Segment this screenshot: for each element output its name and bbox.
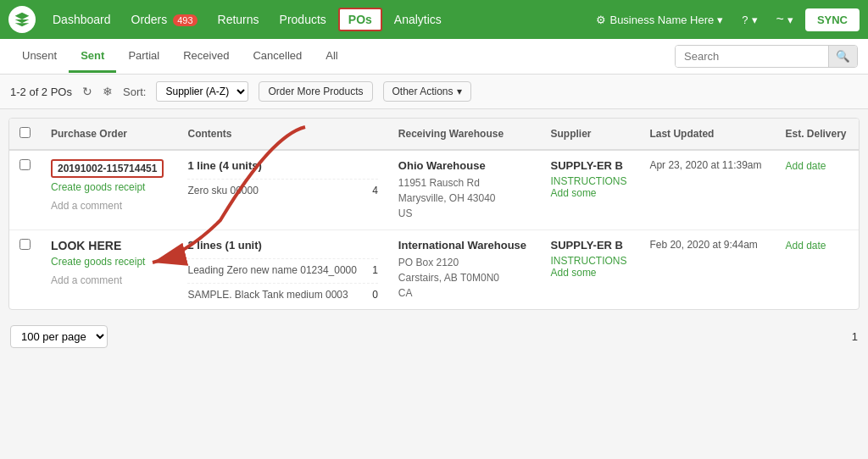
- chevron-down-icon: ▾: [457, 86, 462, 97]
- tab-unsent[interactable]: Unsent: [10, 41, 69, 73]
- po-table: Purchase Order Contents Receiving Wareho…: [9, 119, 859, 309]
- po-count: 1-2 of 2 POs: [10, 86, 72, 98]
- select-all-checkbox[interactable]: [19, 127, 31, 138]
- header-purchase-order: Purchase Order: [41, 119, 177, 150]
- row1-instructions-label: INSTRUCTIONS: [551, 175, 627, 187]
- row1-updated: Apr 23, 2020 at 11:39am: [649, 159, 765, 171]
- row2-supplier-name: SUPPLY-ER B: [551, 239, 630, 252]
- row1-delivery-cell: Add date: [775, 150, 859, 230]
- row2-line2-qty: 0: [372, 289, 378, 301]
- other-actions-button[interactable]: Other Actions ▾: [383, 81, 471, 102]
- row1-warehouse-name: Ohio Warehouse: [398, 159, 531, 172]
- search-box: 🔍: [675, 45, 858, 68]
- sort-select[interactable]: Supplier (A-Z): [156, 81, 248, 102]
- row1-updated-cell: Apr 23, 2020 at 11:39am: [639, 150, 775, 230]
- row2-instructions-action[interactable]: Add some: [551, 267, 597, 279]
- tab-sent[interactable]: Sent: [69, 41, 116, 73]
- header-checkbox-col: [9, 119, 41, 150]
- row1-line-item: Zero sku 00000 4: [187, 179, 377, 196]
- row2-warehouse-name: International Warehouse: [398, 239, 531, 252]
- row1-supplier-name: SUPPLY-ER B: [551, 159, 630, 172]
- sub-nav-right: 🔍: [675, 45, 858, 68]
- header-warehouse: Receiving Warehouse: [388, 119, 541, 150]
- row1-instructions-action[interactable]: Add some: [551, 187, 597, 199]
- per-page-select[interactable]: 100 per page: [10, 325, 108, 348]
- tab-received[interactable]: Received: [171, 41, 241, 73]
- row2-checkbox[interactable]: [19, 239, 31, 250]
- table-row: 20191002-115714451 Create goods receipt …: [9, 150, 859, 230]
- row2-line-item-1: Leading Zero new name 01234_0000 1: [187, 258, 377, 276]
- sync-button[interactable]: SYNC: [805, 8, 860, 31]
- row2-warehouse-cell: International Warehouse PO Box 2120Carst…: [388, 230, 541, 310]
- nav-dashboard[interactable]: Dashboard: [44, 9, 120, 30]
- tab-cancelled[interactable]: Cancelled: [241, 41, 314, 73]
- row2-delivery-cell: Add date: [775, 230, 859, 310]
- header-supplier: Supplier: [541, 119, 640, 150]
- gear-icon: ⚙: [596, 14, 606, 26]
- page-number: 1: [852, 330, 858, 343]
- row2-add-date[interactable]: Add date: [785, 240, 826, 252]
- nav-orders[interactable]: Orders 493: [123, 9, 206, 30]
- tab-all[interactable]: All: [314, 41, 349, 73]
- refresh-icon[interactable]: ↻: [82, 85, 92, 98]
- row2-updated-cell: Feb 20, 2020 at 9:44am: [639, 230, 775, 310]
- row1-contents-summary: 1 line (4 units): [187, 159, 377, 172]
- sort-label: Sort:: [123, 86, 146, 98]
- row2-updated: Feb 20, 2020 at 9:44am: [649, 239, 765, 251]
- analytics-menu[interactable]: ~ ▾: [770, 8, 800, 30]
- row2-supplier-cell: SUPPLY-ER B INSTRUCTIONS Add some: [541, 230, 640, 310]
- nav-products[interactable]: Products: [271, 9, 335, 30]
- table-row: LOOK HERE Create goods receipt Add a com…: [9, 230, 859, 310]
- row2-contents-summary: 2 lines (1 unit): [187, 239, 377, 252]
- orders-badge: 493: [173, 14, 197, 26]
- row1-line-qty: 4: [372, 185, 378, 196]
- business-menu[interactable]: ⚙ Business Name Here ▾: [589, 10, 730, 30]
- nav-returns[interactable]: Returns: [209, 9, 268, 30]
- search-input[interactable]: [676, 46, 828, 67]
- row2-contents-cell: 2 lines (1 unit) Leading Zero new name 0…: [177, 230, 387, 310]
- row2-line1-name: Leading Zero new name 01234_0000: [187, 264, 362, 276]
- chevron-down-icon: ▾: [752, 14, 758, 26]
- row2-add-comment[interactable]: Add a comment: [51, 274, 167, 286]
- tab-partial[interactable]: Partial: [116, 41, 171, 73]
- po-table-container: Purchase Order Contents Receiving Wareho…: [8, 118, 860, 310]
- row2-line-item-2: SAMPLE. Black Tank medium 0003 0: [187, 283, 377, 301]
- row1-checkbox-cell: [9, 150, 41, 230]
- order-more-button[interactable]: Order More Products: [259, 81, 372, 102]
- search-button[interactable]: 🔍: [828, 46, 857, 67]
- nav-right: ⚙ Business Name Here ▾ ? ▾ ~ ▾ SYNC: [589, 8, 860, 31]
- header-contents: Contents: [177, 119, 387, 150]
- row2-instructions: INSTRUCTIONS Add some: [551, 255, 630, 279]
- row2-po-number[interactable]: LOOK HERE: [51, 239, 167, 252]
- row1-po-cell: 20191002-115714451 Create goods receipt …: [41, 150, 177, 230]
- row1-add-comment[interactable]: Add a comment: [51, 200, 167, 212]
- row2-line1-qty: 1: [372, 264, 378, 276]
- nav-analytics[interactable]: Analytics: [386, 9, 450, 30]
- row1-po-number[interactable]: 20191002-115714451: [51, 159, 164, 178]
- nav-pos[interactable]: POs: [338, 8, 382, 31]
- row2-create-receipt[interactable]: Create goods receipt: [51, 256, 167, 268]
- row2-checkbox-cell: [9, 230, 41, 310]
- row1-warehouse-cell: Ohio Warehouse 11951 Rausch RdMarysville…: [388, 150, 541, 230]
- row1-supplier-cell: SUPPLY-ER B INSTRUCTIONS Add some: [541, 150, 640, 230]
- settings-icon[interactable]: ❄: [103, 85, 113, 98]
- row1-create-receipt[interactable]: Create goods receipt: [51, 181, 167, 193]
- chevron-down-icon: ▾: [787, 14, 793, 26]
- top-nav: Dashboard Orders 493 Returns Products PO…: [0, 0, 868, 39]
- row1-line-name: Zero sku 00000: [187, 185, 362, 196]
- logo[interactable]: [8, 6, 36, 33]
- row2-instructions-label: INSTRUCTIONS: [551, 255, 627, 267]
- sub-nav: Unsent Sent Partial Received Cancelled A…: [0, 39, 868, 75]
- row1-contents-cell: 1 line (4 units) Zero sku 00000 4: [177, 150, 387, 230]
- header-last-updated: Last Updated: [639, 119, 775, 150]
- toolbar: 1-2 of 2 POs ↻ ❄ Sort: Supplier (A-Z) Or…: [0, 75, 868, 109]
- row1-warehouse-addr: 11951 Rausch RdMarysville, OH 43040US: [398, 175, 531, 221]
- footer-bar: 100 per page 1: [0, 318, 868, 355]
- row2-warehouse-addr: PO Box 2120Carstairs, AB T0M0N0CA: [398, 255, 531, 301]
- page-wrapper: Dashboard Orders 493 Returns Products PO…: [0, 0, 868, 459]
- row2-po-cell: LOOK HERE Create goods receipt Add a com…: [41, 230, 177, 310]
- row1-checkbox[interactable]: [19, 159, 31, 170]
- table-header-row: Purchase Order Contents Receiving Wareho…: [9, 119, 859, 150]
- row1-add-date[interactable]: Add date: [785, 160, 826, 172]
- help-menu[interactable]: ? ▾: [735, 10, 764, 30]
